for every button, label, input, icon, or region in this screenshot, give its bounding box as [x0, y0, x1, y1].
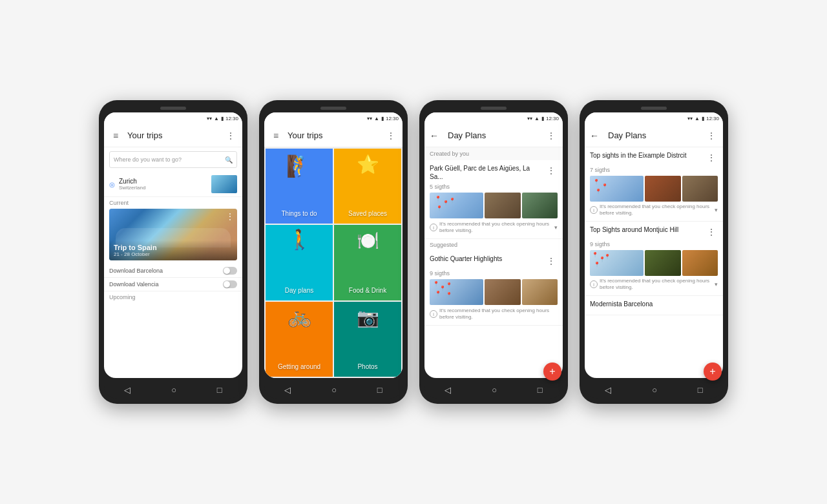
download-label-barcelona: Download Barcelona — [109, 268, 223, 274]
app-bar-title-2: Your trips — [288, 131, 384, 140]
search-box-1[interactable]: Where do you want to go? 🔍 — [109, 151, 237, 168]
fab-button-3[interactable]: + — [543, 362, 561, 378]
time-display-3: 12:30 — [546, 116, 559, 121]
signal-icon-2: ▾▾ — [367, 116, 372, 121]
note-text-park-guell: It's recommended that you check opening … — [439, 221, 552, 235]
trip-card-menu-icon-1[interactable]: ⋮ — [226, 212, 234, 221]
more-menu-icon-2[interactable]: ⋮ — [384, 129, 397, 142]
expand-icon-park-guell[interactable]: ▾ — [554, 224, 558, 231]
wifi-icon-4: ▲ — [695, 116, 700, 121]
phone-4: ▾▾ ▲ ▮ 12:30 ← Day Plans ⋮ Top sights in… — [580, 100, 728, 404]
info-icon-gothic: i — [430, 310, 437, 318]
cat-label-dayplans: Day plans — [285, 287, 313, 294]
search-icon-1: 🔍 — [225, 156, 233, 163]
phone-1-screen: ▾▾ ▲ ▮ 12:30 ≡ Your trips ⋮ Where do you… — [104, 112, 242, 378]
cat-saved-places[interactable]: ⭐ Saved places — [334, 149, 401, 224]
cat-things-to-do[interactable]: 🧗 Things to do — [266, 149, 333, 224]
home-nav-4[interactable]: ○ — [652, 385, 657, 395]
cat-day-plans[interactable]: 🚶 Day plans — [266, 225, 333, 300]
plan-photo2-gothic — [522, 279, 558, 305]
home-nav-1[interactable]: ○ — [171, 385, 176, 395]
battery-icon-4: ▮ — [702, 116, 704, 121]
trip-card-1[interactable]: Trip to Spain 21 - 28 October ⋮ — [109, 209, 237, 260]
expand-icon-montjuic[interactable]: ▾ — [715, 281, 718, 288]
more-menu-icon-3[interactable]: ⋮ — [545, 129, 558, 142]
info-icon-eixample: i — [590, 206, 598, 214]
dest-image-1 — [211, 175, 237, 193]
dest-sub-1: Switzerland — [119, 185, 211, 191]
toggle-valencia[interactable] — [223, 280, 237, 288]
plan-count-gothic: 9 sigths — [430, 270, 558, 277]
back-button-3[interactable]: ← — [430, 131, 439, 141]
hamburger-icon-1[interactable]: ≡ — [109, 129, 122, 142]
more-menu-icon-1[interactable]: ⋮ — [224, 129, 237, 142]
back-button-4[interactable]: ← — [590, 131, 599, 141]
back-nav-1[interactable]: ◁ — [124, 385, 131, 395]
recent-nav-3[interactable]: □ — [538, 385, 543, 395]
back-nav-3[interactable]: ◁ — [445, 385, 451, 395]
plan-photo1-park-guell — [485, 193, 520, 218]
toggle-barcelona[interactable] — [223, 267, 237, 275]
back-nav-4[interactable]: ◁ — [605, 385, 611, 395]
destination-item-1[interactable]: ◎ Zurich Switzerland — [104, 172, 242, 197]
cat-food-drink[interactable]: 🍽️ Food & Drink — [334, 225, 401, 300]
plan-photo1-montjuic — [645, 250, 680, 276]
plan-item-eixample[interactable]: Top sights in the Eixample Distrcit ⋮ 7 … — [585, 147, 723, 222]
plan-photo1-eixample — [645, 176, 680, 202]
hamburger-icon-2[interactable]: ≡ — [269, 129, 282, 142]
cat-getting-around[interactable]: 🚲 Getting around — [266, 302, 333, 377]
time-display-4: 12:30 — [706, 116, 719, 121]
plan-note-montjuic: i It's recommended that you check openin… — [590, 278, 718, 291]
plan-photo2-park-guell — [522, 193, 558, 218]
more-icon-eixample[interactable]: ⋮ — [705, 151, 718, 164]
home-nav-3[interactable]: ○ — [492, 385, 497, 395]
plan-images-gothic: 📍 📍 📍 📍 📍 — [430, 279, 558, 305]
nav-bar-1: ◁ ○ □ — [104, 381, 242, 399]
recent-nav-2[interactable]: □ — [377, 385, 382, 395]
plan-item-modernista[interactable]: Modernista Barcelona — [585, 296, 723, 315]
recent-nav-4[interactable]: □ — [698, 385, 703, 395]
plan-title-modernista: Modernista Barcelona — [590, 300, 718, 308]
dest-name-1: Zurich — [119, 178, 211, 185]
plan-title-park-guell: Park Güell, Parc de Les Aigües, La Sa... — [430, 164, 545, 181]
cat-label-food: Food & Drink — [349, 287, 386, 294]
plan-photo2-eixample — [682, 176, 718, 202]
plan-note-eixample: i It's recommended that you check openin… — [590, 204, 718, 217]
nav-bar-3: ◁ ○ □ — [424, 381, 563, 399]
status-bar-3: ▾▾ ▲ ▮ 12:30 — [424, 112, 563, 124]
cat-label-things: Things to do — [281, 210, 317, 217]
plan-images-montjuic: 📍 📍 📍 📍 — [590, 250, 718, 276]
phone-1: ▾▾ ▲ ▮ 12:30 ≡ Your trips ⋮ Where do you… — [99, 100, 247, 404]
nav-bar-2: ◁ ○ □ — [264, 381, 403, 399]
back-nav-2[interactable]: ◁ — [284, 385, 291, 395]
note-text-gothic: It's recommended that you check opening … — [439, 308, 558, 321]
phone-speaker-4 — [641, 107, 667, 110]
wifi-icon-3: ▲ — [534, 116, 539, 121]
plan-item-montjuic[interactable]: Top Sights around Montjuic Hill ⋮ 9 sigt… — [585, 222, 723, 296]
plan-item-gothic[interactable]: Gothic Quarter Highlights ⋮ 9 sigths 📍 📍… — [424, 251, 563, 326]
more-menu-icon-4[interactable]: ⋮ — [705, 129, 718, 142]
search-placeholder-1: Where do you want to go? — [114, 156, 225, 163]
created-by-label-3: Created by you — [424, 147, 563, 160]
time-display-1: 12:30 — [225, 116, 238, 121]
more-icon-montjuic[interactable]: ⋮ — [705, 226, 718, 238]
recent-nav-1[interactable]: □ — [217, 385, 222, 395]
plan-map-montjuic: 📍 📍 📍 📍 — [590, 250, 644, 276]
fab-button-4[interactable]: + — [704, 362, 722, 378]
app-bar-2: ≡ Your trips ⋮ — [264, 124, 403, 147]
trip-card-overlay-1: Trip to Spain 21 - 28 October — [109, 240, 237, 260]
plan-item-park-guell[interactable]: Park Güell, Parc de Les Aigües, La Sa...… — [424, 160, 563, 239]
plan-photo2-montjuic — [682, 250, 718, 276]
section-upcoming-1: Upcoming — [104, 291, 242, 303]
battery-icon-2: ▮ — [381, 116, 384, 121]
home-nav-2[interactable]: ○ — [331, 385, 337, 395]
download-label-valencia: Download Valencia — [109, 281, 223, 288]
status-bar-4: ▾▾ ▲ ▮ 12:30 — [585, 112, 723, 124]
expand-icon-eixample[interactable]: ▾ — [715, 207, 718, 213]
more-icon-gothic[interactable]: ⋮ — [545, 255, 558, 268]
more-icon-park-guell[interactable]: ⋮ — [545, 164, 558, 177]
phone-3: ▾▾ ▲ ▮ 12:30 ← Day Plans ⋮ Created by yo… — [419, 100, 568, 404]
cat-photos[interactable]: 📷 Photos — [334, 302, 401, 377]
plan-count-park-guell: 5 sigths — [430, 184, 558, 190]
plan-map-park-guell: 📍 📍 📍 📍 — [430, 193, 483, 218]
